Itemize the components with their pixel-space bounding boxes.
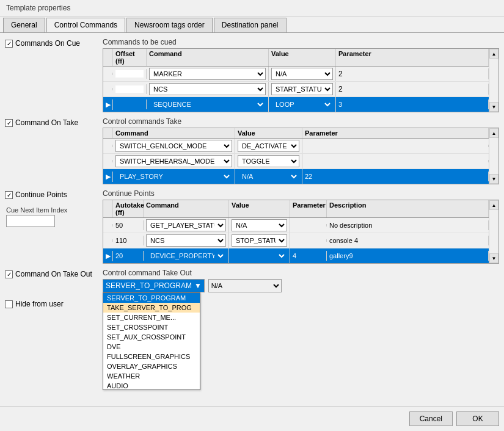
cot-r3-command[interactable]: PLAY_STORY	[113, 169, 235, 184]
tab-general[interactable]: General	[3, 18, 45, 32]
cp-r2-autotake[interactable]: 110	[113, 236, 144, 245]
dropdown-item-server-to-program[interactable]: SERVER_TO_PROGRAM	[103, 293, 200, 303]
coc-r2-offset[interactable]	[113, 84, 147, 94]
command-on-take-content: Control commands Take Command Value Para…	[103, 117, 499, 184]
hide-from-user-checkbox[interactable]	[5, 300, 13, 308]
cot-r1-value-select[interactable]: DE_ACTIVATE	[238, 140, 299, 152]
cp-r2-value-select[interactable]: STOP_STATUS	[232, 234, 287, 247]
tab-destination[interactable]: Destination panel	[214, 18, 287, 32]
footer: Cancel OK	[0, 406, 504, 431]
coc-r2-offset-input[interactable]	[115, 85, 144, 93]
cp-col-param: Parameter	[290, 200, 327, 217]
cp-r2-value[interactable]: STOP_STATUS	[229, 233, 290, 248]
commands-on-cue-table: Offset (ff) Command Value Parameter MARK…	[103, 49, 489, 112]
cp-r1-command[interactable]: GET_PLAYER_STATUS	[144, 218, 229, 233]
command-on-take-checkbox[interactable]	[5, 119, 13, 127]
commands-on-cue-checkbox[interactable]	[5, 40, 13, 48]
cot-r3-value[interactable]: N/A	[235, 169, 302, 184]
coc-r3-offset[interactable]	[113, 100, 147, 109]
cot-r1-command-select[interactable]: SWITCH_GENLOCK_MODE	[115, 140, 232, 152]
coc-r2-command[interactable]: NCS	[147, 82, 269, 96]
cot-scroll-down[interactable]: ▼	[489, 174, 499, 184]
cp-r2-command-select[interactable]: NCS	[146, 234, 226, 247]
cp-r2-indicator	[103, 239, 113, 242]
coc-r1-value[interactable]: N/A	[269, 67, 336, 81]
ok-button[interactable]: OK	[456, 411, 499, 426]
continue-points-checkbox[interactable]	[5, 191, 13, 199]
dropdown-item-fullscreen-graphics[interactable]: FULLSCREEN_GRAPHICS	[103, 352, 200, 361]
coc-r2-value[interactable]: START_STATUS	[269, 82, 336, 96]
cot-scroll-up[interactable]: ▲	[489, 128, 499, 138]
cp-r3-value[interactable]	[229, 248, 290, 263]
cot-r3-command-select[interactable]: PLAY_STORY	[115, 170, 232, 183]
hide-from-user-label[interactable]: Hide from user	[15, 300, 64, 308]
dropdown-item-set-crosspoint[interactable]: SET_CROSSPOINT	[103, 322, 200, 332]
dropdown-item-dve[interactable]: DVE	[103, 342, 200, 352]
coc-r2-command-select[interactable]: NCS	[149, 83, 266, 95]
dropdown-item-weather[interactable]: WEATHER	[103, 371, 200, 381]
dropdown-item-overlay-graphics[interactable]: OVERLAY_GRAPHICS	[103, 361, 200, 371]
cot-r2-command[interactable]: SWITCH_REHEARSAL_MODE	[113, 154, 235, 168]
cot-r2-value[interactable]: TOGGLE	[235, 154, 302, 168]
coc-col-indicator	[103, 49, 113, 66]
coc-r3-offset-input[interactable]	[115, 101, 144, 108]
coc-scroll-up[interactable]: ▲	[489, 49, 499, 59]
tab-bar: General Control Commands Newsroom tags o…	[0, 18, 504, 33]
coc-r2-value-select[interactable]: START_STATUS	[271, 83, 333, 95]
coc-col-param: Parameter	[336, 49, 489, 66]
cp-r1-value[interactable]: N/A	[229, 218, 290, 233]
dropdown-item-audio[interactable]: AUDIO	[103, 381, 200, 390]
command-on-take-out-text[interactable]: Command On Take Out	[15, 270, 92, 278]
cot-r2-command-select[interactable]: SWITCH_REHEARSAL_MODE	[115, 155, 232, 167]
cp-r1-command-select[interactable]: GET_PLAYER_STATUS	[146, 219, 226, 231]
cot-r3-value-select[interactable]: N/A	[238, 170, 299, 183]
cp-r3-param[interactable]: 4	[290, 251, 327, 261]
continue-points-text[interactable]: Continue Points	[15, 190, 67, 199]
cot-r1-param[interactable]	[302, 145, 489, 147]
dropdown-item-set-current-me[interactable]: SET_CURRENT_ME...	[103, 313, 200, 322]
tab-control-commands[interactable]: Control Commands	[46, 18, 125, 32]
cp-scroll-down[interactable]: ▼	[489, 253, 499, 263]
cp-r3-command[interactable]: DEVICE_PROPERTY	[144, 248, 229, 263]
cp-r2-command[interactable]: NCS	[144, 233, 229, 248]
commands-on-cue-text[interactable]: Commands On Cue	[15, 39, 80, 48]
cp-r3-value-select[interactable]	[232, 250, 287, 262]
cp-r1-param[interactable]	[290, 224, 327, 226]
command-on-take-text[interactable]: Command On Take	[15, 118, 78, 127]
cue-next-input[interactable]	[6, 215, 55, 227]
cp-r1-value-select[interactable]: N/A	[232, 219, 287, 231]
dropdown-item-set-aux-crosspoint[interactable]: SET_AUX_CROSSPOINT	[103, 332, 200, 342]
coc-r3-value-select[interactable]: LOOP	[271, 98, 333, 110]
coc-r2-param[interactable]: 2	[336, 84, 489, 95]
cp-r3-command-select[interactable]: DEVICE_PROPERTY	[146, 250, 226, 262]
cot-r2-param[interactable]	[302, 160, 489, 162]
coc-r1-offset[interactable]	[113, 69, 147, 79]
cot-r3-indicator: ▶	[103, 172, 113, 182]
tab-newsroom[interactable]: Newsroom tags order	[126, 18, 213, 32]
coc-r1-value-select[interactable]: N/A	[271, 68, 333, 80]
cp-r3-autotake[interactable]: 20	[113, 251, 144, 261]
coc-r3-value[interactable]: LOOP	[269, 97, 336, 112]
cot-r3-param[interactable]: 22	[302, 172, 489, 181]
command-dropdown-arrow[interactable]: ▼	[194, 281, 202, 290]
cot-r2-value-select[interactable]: TOGGLE	[238, 155, 299, 167]
cp-scroll-up[interactable]: ▲	[489, 200, 499, 210]
coc-r1-command-select[interactable]: MARKER	[149, 68, 266, 80]
command-selected-display[interactable]: SERVER_TO_PROGRAM ▼	[103, 279, 205, 292]
cot-r1-command[interactable]: SWITCH_GENLOCK_MODE	[113, 139, 235, 153]
dropdown-item-take-server[interactable]: TAKE_SERVER_TO_PROG	[103, 303, 200, 313]
coc-scroll-down[interactable]: ▼	[489, 102, 499, 112]
cancel-button[interactable]: Cancel	[409, 411, 453, 426]
cot-r1-value[interactable]: DE_ACTIVATE	[235, 139, 302, 153]
coc-r3-command[interactable]: SEQUENCE	[147, 97, 269, 112]
coc-r3-command-select[interactable]: SEQUENCE	[149, 98, 266, 110]
coc-r1-param[interactable]: 2	[336, 68, 489, 79]
cp-r2-param[interactable]	[290, 239, 327, 242]
coc-r1-offset-input[interactable]	[115, 70, 144, 78]
command-on-take-out-checkbox[interactable]	[5, 270, 13, 278]
cp-col-value: Value	[229, 200, 290, 217]
cp-r1-autotake[interactable]: 50	[113, 220, 144, 230]
value-dropdown-select[interactable]: N/A	[208, 279, 282, 292]
coc-r3-param[interactable]: 3	[336, 100, 489, 109]
coc-r1-command[interactable]: MARKER	[147, 67, 269, 81]
